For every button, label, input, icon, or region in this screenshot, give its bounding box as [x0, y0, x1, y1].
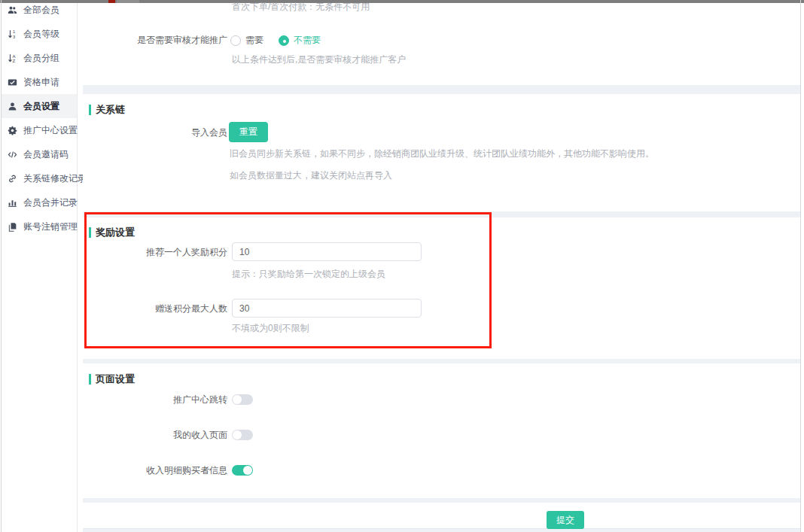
sidebar-item-label: 会员设置 [23, 100, 59, 113]
window-right-border [800, 0, 801, 532]
user-icon [7, 101, 18, 112]
reset-button[interactable]: 重置 [229, 122, 268, 142]
card-gap [83, 85, 800, 94]
sort-alpha-icon: AZ [7, 53, 18, 64]
svg-text:Z: Z [13, 58, 16, 63]
title-accent-bar [89, 227, 91, 238]
sidebar-item-label: 关系链修改记录 [23, 172, 87, 185]
import-members-label: 导入会员 [83, 127, 227, 138]
audit-radio-group: 需要 不需要 [230, 34, 336, 47]
max-people-label: 赠送积分最大人数 [83, 303, 227, 314]
sidebar-item-promotion-center-settings[interactable]: 推广中心设置 [2, 118, 77, 142]
page-settings-card: 页面设置 推广中心跳转 我的收入页面 收入明细购买者信息 [83, 363, 800, 498]
sidebar-item-member-settings[interactable]: 会员设置 [2, 94, 77, 118]
submit-button[interactable]: 提交 [547, 511, 584, 529]
promotion-jump-toggle[interactable] [232, 394, 253, 405]
sidebar-item-account-cancellation[interactable]: 账号注销管理 [2, 214, 77, 239]
envelope-check-icon [7, 77, 18, 88]
sidebar-item-member-levels[interactable]: 13 会员等级 [2, 22, 77, 46]
footer-bar: 提交 [83, 503, 800, 529]
radio-circle-icon [230, 35, 241, 46]
sidebar-item-label: 会员合并记录 [23, 196, 78, 209]
card-gap [83, 529, 800, 532]
card-gap [83, 211, 800, 217]
copy-icon [7, 221, 18, 233]
income-detail-buyer-label: 收入明细购买者信息 [83, 465, 227, 476]
reward-settings-card: 奖励设置 推荐一个人奖励积分 提示：只奖励给第一次锁定的上级会员 赠送积分最大人… [83, 217, 800, 359]
sidebar-item-all-members[interactable]: 全部会员 [2, 0, 77, 22]
sidebar-item-label: 会员邀请码 [23, 148, 69, 161]
relation-chain-card: 关系链 导入会员 重置 旧会员同步新关系链，如果不同步，除经销商团队业绩升级、统… [83, 94, 800, 211]
sidebar-item-label: 资格申请 [23, 76, 59, 89]
first-order-condition-hint: 首次下单/首次付款：无条件不可用 [232, 2, 370, 11]
sidebar-item-label: 推广中心设置 [23, 124, 78, 137]
audit-section-card: 首次下单/首次付款：无条件不可用 是否需要审核才能推广 需要 不需要 以上条件达… [83, 3, 800, 85]
sidebar-item-invitation-code[interactable]: 会员邀请码 [2, 142, 77, 166]
my-income-label: 我的收入页面 [83, 430, 227, 440]
title-accent-bar [89, 105, 91, 115]
sidebar-item-label: 会员等级 [23, 28, 59, 41]
sidebar-item-label: 会员分组 [23, 52, 59, 65]
svg-text:3: 3 [13, 34, 15, 38]
sidebar: 全部会员 13 会员等级 AZ 会员分组 资格申请 会员设置 [2, 3, 78, 532]
audit-condition-hint: 以上条件达到后,是否需要审核才能推广客户 [232, 55, 406, 64]
referral-points-hint: 提示：只奖励给第一次锁定的上级会员 [232, 269, 385, 278]
close-site-hint: 如会员数据量过大，建议关闭站点再导入 [230, 171, 392, 180]
link-icon [7, 173, 18, 184]
radio-no-audit[interactable]: 不需要 [279, 34, 321, 47]
sidebar-item-relation-chain-log[interactable]: 关系链修改记录 [2, 166, 77, 190]
sidebar-item-qualification[interactable]: 资格申请 [2, 70, 77, 94]
referral-points-input[interactable] [232, 242, 422, 261]
referral-points-label: 推荐一个人奖励积分 [83, 247, 227, 257]
sidebar-item-label: 全部会员 [23, 4, 59, 17]
title-accent-bar [89, 374, 91, 385]
radio-need-audit[interactable]: 需要 [230, 34, 263, 47]
sidebar-item-merge-records[interactable]: 会员合并记录 [2, 190, 77, 214]
users-icon [7, 5, 18, 16]
chart-icon [7, 197, 18, 208]
sidebar-item-label: 账号注销管理 [23, 220, 78, 233]
max-people-hint: 不填或为0则不限制 [232, 324, 309, 333]
relation-chain-title: 关系链 [89, 103, 125, 117]
gear-icon [7, 125, 18, 136]
reward-settings-title: 奖励设置 [89, 226, 135, 239]
sidebar-item-member-groups[interactable]: AZ 会员分组 [2, 46, 77, 70]
svg-text:1: 1 [13, 29, 15, 34]
max-people-input[interactable] [232, 299, 422, 318]
my-income-toggle[interactable] [232, 430, 253, 440]
audit-required-label: 是否需要审核才能推广 [83, 35, 227, 45]
income-detail-buyer-toggle[interactable] [232, 465, 253, 476]
radio-circle-icon [279, 35, 289, 46]
sync-relation-hint: 旧会员同步新关系链，如果不同步，除经销商团队业绩升级、统计团队业绩功能外，其他功… [230, 149, 654, 158]
promotion-jump-label: 推广中心跳转 [83, 394, 227, 405]
member-settings-page: 全部会员 13 会员等级 AZ 会员分组 资格申请 会员设置 [0, 0, 804, 532]
sort-numeric-icon: 13 [7, 29, 18, 40]
code-icon [7, 149, 18, 160]
page-settings-title: 页面设置 [89, 372, 135, 386]
